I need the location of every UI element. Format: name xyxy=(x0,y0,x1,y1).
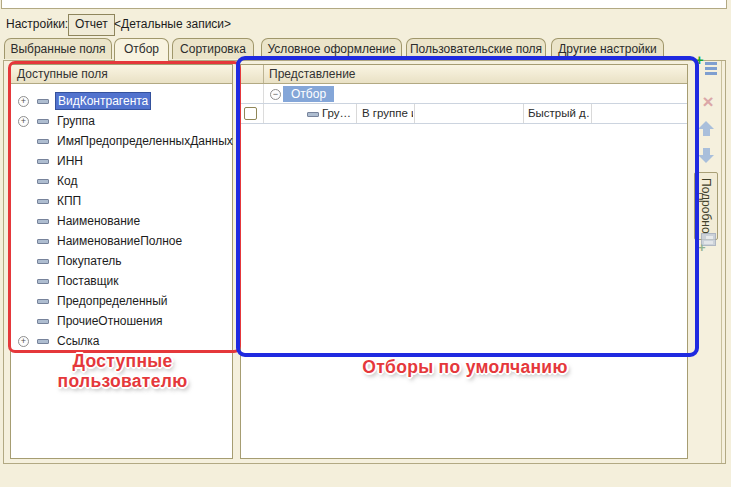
tree-item-label: НаименованиеПолное xyxy=(55,233,184,249)
field-icon xyxy=(37,239,49,244)
tree-item[interactable]: Поставщик xyxy=(11,271,232,291)
add-filter-button[interactable]: + xyxy=(696,57,718,79)
report-button[interactable]: Отчет xyxy=(68,14,115,36)
filter-header-label: Представление xyxy=(269,65,356,84)
tree-item[interactable]: Наименование xyxy=(11,211,232,231)
tree-item-label: ИНН xyxy=(55,153,85,169)
filter-quick-access-cell[interactable]: Быстрый д… xyxy=(528,104,590,124)
move-down-button[interactable] xyxy=(698,148,714,163)
settings-label: Настройки: xyxy=(6,17,68,31)
tab-conditional-formatting[interactable]: Условное оформление xyxy=(261,38,402,59)
column-divider xyxy=(414,104,415,123)
tree-item[interactable]: ИмяПредопределенныхДанных xyxy=(11,131,232,151)
down-arrow-icon xyxy=(698,155,714,163)
down-arrow-stem xyxy=(703,148,710,155)
filter-comparison-cell[interactable]: В группе и… xyxy=(362,104,413,124)
field-icon xyxy=(37,299,49,304)
report-settings-window: { "settings_bar": { "label": "Настройки:… xyxy=(0,0,731,487)
filter-group-row[interactable]: Отбор xyxy=(241,84,687,104)
tree-item-label: Наименование xyxy=(55,213,142,229)
field-icon xyxy=(37,279,49,284)
column-divider xyxy=(356,104,357,123)
collapse-icon[interactable] xyxy=(270,89,281,100)
expand-icon[interactable] xyxy=(18,116,29,127)
annotation-available-to-user: Доступные пользователю xyxy=(20,351,225,391)
column-divider xyxy=(523,104,524,123)
field-icon xyxy=(37,199,49,204)
add-plus-icon: + xyxy=(695,51,704,68)
tree-item-label: ИмяПредопределенныхДанных xyxy=(55,133,235,149)
tree-item[interactable]: ВидКонтрагента xyxy=(11,91,232,111)
tree-item-label: Покупатель xyxy=(55,253,123,269)
upper-panel-edge xyxy=(1,0,727,9)
tree-item-label: Код xyxy=(55,173,79,189)
expand-icon[interactable] xyxy=(18,96,29,107)
filter-item-row[interactable]: Гру… В группе и… Быстрый д… xyxy=(241,104,687,124)
annotation-line: пользователю xyxy=(20,371,225,391)
annotation-default-filters: Отборы по умолчанию xyxy=(300,357,630,378)
up-arrow-stem xyxy=(703,129,710,136)
field-icon xyxy=(37,119,49,124)
available-fields-header: Доступные поля xyxy=(11,65,232,84)
detail-button[interactable]: Подробно xyxy=(694,172,718,240)
list-lines-icon xyxy=(705,62,717,65)
up-arrow-icon xyxy=(698,121,714,129)
filter-group-label: Отбор xyxy=(283,86,334,102)
field-icon xyxy=(37,219,49,224)
annotation-line: Доступные xyxy=(20,351,225,371)
header-gutter-cell xyxy=(241,65,264,83)
tree-item[interactable]: Предопределенный xyxy=(11,291,232,311)
filter-field-cell[interactable]: Гру… xyxy=(322,104,355,124)
tree-item[interactable]: ИНН xyxy=(11,151,232,171)
filter-table-panel: Представление Отбор Гру… В группе и… Быс… xyxy=(240,64,688,459)
field-icon xyxy=(37,339,49,344)
tree-item[interactable]: ПрочиеОтношения xyxy=(11,311,232,331)
field-icon xyxy=(37,319,49,324)
move-up-button[interactable] xyxy=(698,121,714,136)
tree-item-label: ВидКонтрагента xyxy=(55,92,151,110)
tab-other-settings[interactable]: Другие настройки xyxy=(551,38,664,59)
tree-item[interactable]: Ссылка xyxy=(11,331,232,351)
available-fields-panel: Доступные поля ВидКонтрагента Группа Имя… xyxy=(10,64,233,459)
field-icon xyxy=(307,112,319,117)
tree-item-label: ПрочиеОтношения xyxy=(55,313,165,329)
filter-table-header: Представление xyxy=(241,65,687,84)
expand-icon[interactable] xyxy=(18,336,29,347)
grid-plus-icon: + xyxy=(698,240,706,255)
field-icon xyxy=(37,139,49,144)
field-icon xyxy=(37,179,49,184)
row-gutter-cell xyxy=(241,84,264,103)
filter-use-checkbox[interactable] xyxy=(244,107,257,120)
tree-item[interactable]: КПП xyxy=(11,191,232,211)
field-icon xyxy=(37,259,49,264)
add-group-button-disabled[interactable]: + xyxy=(698,232,718,252)
field-icon xyxy=(37,159,49,164)
tree-item[interactable]: НаименованиеПолное xyxy=(11,231,232,251)
tree-item[interactable]: Код xyxy=(11,171,232,191)
tree-item-label: Группа xyxy=(55,113,97,129)
field-icon xyxy=(37,99,49,104)
tree-item-label: Ссылка xyxy=(55,333,101,349)
column-divider xyxy=(591,104,592,123)
tab-custom-fields[interactable]: Пользовательские поля xyxy=(406,38,546,59)
toolbar-separator xyxy=(721,61,722,463)
tab-filter-active[interactable]: Отбор xyxy=(114,38,169,61)
tree-item-label: Предопределенный xyxy=(55,293,170,309)
tree-item-label: КПП xyxy=(55,193,83,209)
tree-item-label: Поставщик xyxy=(55,273,121,289)
tree-item[interactable]: Группа xyxy=(11,111,232,131)
tab-sorting[interactable]: Сортировка xyxy=(172,38,254,59)
report-variant-label: <Детальные записи> xyxy=(114,17,231,31)
tab-selected-fields[interactable]: Выбранные поля xyxy=(4,38,112,59)
tree-item[interactable]: Покупатель xyxy=(11,251,232,271)
delete-button[interactable]: × xyxy=(698,92,718,112)
